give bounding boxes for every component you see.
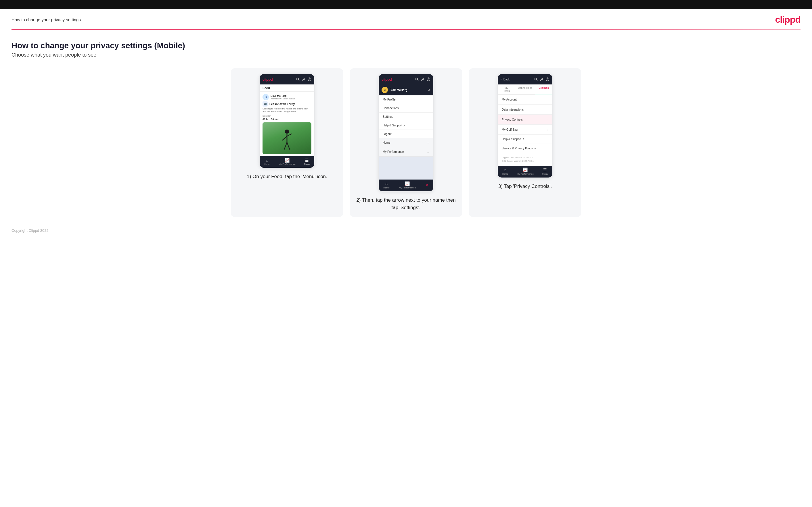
bottom-home[interactable]: ⌂ Home [264, 158, 270, 165]
menu-user-row[interactable]: B Blair McHarg ∧ [379, 84, 433, 95]
step1-caption: 1) On your Feed, tap the 'Menu' icon. [247, 173, 327, 180]
bottom3-menu[interactable]: ☰ Menu [542, 167, 548, 175]
phone2-menu: My Profile Connections Settings Help & S… [379, 95, 433, 138]
settings-myaccount[interactable]: My Account › [498, 95, 552, 105]
menu-section: Home ⌄ My Performance ⌄ [379, 138, 433, 157]
settings-helpsupport[interactable]: Help & Support ↗ [498, 135, 552, 144]
feed-post: B Blair McHarg Yesterday · Sunningdale 📹… [260, 92, 314, 156]
settings-list: My Account › Data Integrations › Privacy… [498, 95, 552, 153]
home-chevron: ⌄ [427, 141, 429, 145]
settings-mygolfbag[interactable]: My Golf Bag › [498, 125, 552, 135]
menu-icon-3: ☰ [543, 167, 547, 172]
post-image [262, 122, 311, 154]
performance-icon: 📈 [285, 158, 290, 162]
back-chevron: < [501, 78, 502, 81]
performance-section-label: My Performance [383, 150, 404, 153]
logout-label: Logout [383, 132, 392, 135]
helpsupport-label: Help & Support ↗ [383, 124, 405, 127]
post-description: Looking to feel like my hands are exitin… [262, 107, 311, 113]
back-button[interactable]: < Back [501, 78, 510, 81]
performance-label-3: My Performance [517, 173, 534, 175]
svg-line-12 [417, 80, 418, 81]
phone2-topbar: clippd [379, 74, 433, 84]
svg-point-4 [308, 78, 311, 81]
performance-chevron: ⌄ [427, 150, 429, 154]
feed-label: Feed [260, 84, 314, 92]
svg-point-3 [309, 79, 310, 80]
menu-item-myprofile[interactable]: My Profile [379, 95, 433, 104]
version-info: Clippd Client Version: 2022.8.3-3 GQL Se… [498, 153, 552, 166]
svg-line-9 [284, 143, 287, 150]
step2-caption: 2) Then, tap the arrow next to your name… [356, 196, 456, 211]
phone2-bottombar: ⌂ Home 📈 My Performance ✕ [379, 179, 433, 191]
privacycontrols-label: Privacy Controls [502, 118, 523, 121]
helpsupport3-label: Help & Support ↗ [502, 137, 524, 141]
post-username: Blair McHarg [270, 95, 295, 97]
phone-mock-3: < Back [498, 74, 552, 177]
bottom3-performance[interactable]: 📈 My Performance [517, 167, 534, 175]
page-heading: How to change your privacy settings (Mob… [11, 41, 801, 50]
dataintegrations-label: Data Integrations [502, 108, 523, 111]
header-title: How to change your privacy settings [11, 17, 81, 22]
golfer-svg [278, 128, 296, 154]
svg-point-19 [547, 79, 548, 80]
svg-line-17 [537, 80, 538, 81]
menu-chevron-up: ∧ [428, 88, 430, 92]
phone-mock-2: clippd [379, 74, 433, 191]
lesson-title: Lesson with Fordy [269, 103, 295, 106]
user-icon-3 [540, 77, 544, 81]
tab-connections[interactable]: Connections [515, 84, 535, 94]
phone3-tabs: My Profile Connections Settings [498, 84, 552, 95]
privacycontrols-chevron: › [547, 117, 548, 121]
home-label: Home [264, 163, 270, 165]
menu-item-helpsupport[interactable]: Help & Support ↗ [379, 121, 433, 130]
bottom3-home[interactable]: ⌂ Home [502, 167, 508, 175]
home-icon-2: ⌂ [385, 181, 388, 186]
tab-settings[interactable]: Settings [535, 84, 552, 94]
close-icon: ✕ [425, 183, 429, 187]
lesson-icon: 📹 [262, 101, 268, 107]
settings-serviceprivacy[interactable]: Service & Privacy Policy ↗ [498, 144, 552, 153]
svg-point-13 [422, 78, 423, 79]
menu-section-home[interactable]: Home ⌄ [379, 138, 433, 147]
post-user-info: Blair McHarg Yesterday · Sunningdale [270, 95, 295, 100]
svg-point-20 [546, 78, 549, 81]
bottom2-performance[interactable]: 📈 My Performance [399, 181, 416, 189]
menu-item-settings[interactable]: Settings [379, 113, 433, 121]
phone1-icons [296, 77, 311, 81]
tab-myprofile[interactable]: My Profile [498, 84, 515, 94]
footer: Copyright Clippd 2022 [0, 223, 812, 238]
svg-point-2 [303, 78, 305, 79]
svg-point-5 [285, 129, 289, 133]
step-card-1: clippd [231, 68, 343, 217]
bottom2-home[interactable]: ⌂ Home [383, 181, 389, 189]
menu-label-3: Menu [542, 173, 548, 175]
bottom-menu[interactable]: ☰ Menu [304, 158, 310, 165]
phone3-icons [534, 77, 550, 81]
svg-line-10 [287, 143, 290, 150]
menu-item-connections[interactable]: Connections [379, 104, 433, 113]
step-card-3: < Back [469, 68, 581, 217]
settings-icon-2 [426, 77, 430, 81]
home-icon-3: ⌂ [504, 167, 506, 172]
phone-mock-1: clippd [260, 74, 314, 168]
phone2-icons [415, 77, 430, 81]
menu-section-performance[interactable]: My Performance ⌄ [379, 147, 433, 157]
settings-icon-3 [546, 77, 550, 81]
settings-dataintegrations[interactable]: Data Integrations › [498, 105, 552, 115]
top-bar [0, 0, 812, 9]
step3-caption: 3) Tap 'Privacy Controls'. [498, 183, 552, 190]
home-section-label: Home [383, 141, 391, 144]
menu-label: Menu [304, 163, 310, 165]
menu-item-logout[interactable]: Logout [379, 130, 433, 138]
phone1-topbar: clippd [260, 74, 314, 84]
settings-privacycontrols[interactable]: Privacy Controls › [498, 115, 552, 125]
mygolfbag-chevron: › [547, 127, 548, 131]
svg-line-7 [283, 136, 287, 140]
performance-label: My Performance [278, 163, 296, 165]
menu-icon: ☰ [305, 158, 309, 162]
search-icon-3 [534, 77, 538, 81]
bottom2-close[interactable]: ✕ [425, 183, 429, 187]
performance-icon-2: 📈 [405, 181, 410, 186]
bottom-performance[interactable]: 📈 My Performance [278, 158, 296, 165]
